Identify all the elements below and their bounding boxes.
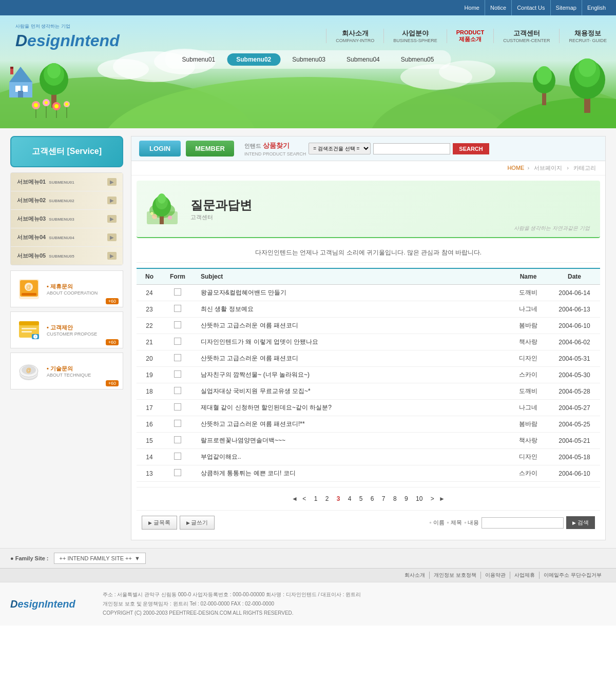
sidebar-contact-cooperation[interactable]: @ • 제휴문의 ABOUT COOPERATION +60 xyxy=(10,270,123,307)
cell-subject[interactable]: 실업자대상 국비지원 무료교유생 모집~* xyxy=(193,383,508,400)
login-button[interactable]: LOGIN xyxy=(139,141,181,157)
btn-search-bottom[interactable]: 검색 xyxy=(566,516,595,529)
sidebar-menu-item-5[interactable]: 서브메뉴05 SUBMENU05 ▶ xyxy=(11,247,123,265)
checkbox[interactable] xyxy=(174,288,181,296)
cell-form[interactable] xyxy=(162,318,193,334)
cell-form[interactable] xyxy=(162,449,193,465)
family-site-select[interactable]: ++ INTEND FAMILY SITE ++ ▼ xyxy=(54,553,146,564)
cell-form[interactable] xyxy=(162,416,193,433)
cell-subject[interactable]: 부업같이해요.. xyxy=(193,449,508,465)
nav-item-product[interactable]: PRODUCT제품소개 xyxy=(447,29,493,43)
table-row[interactable]: 20 산뜻하고 고급스러운 여름 패션코디 디자인 2004-05-31 xyxy=(137,350,600,367)
sidebar-contact-technique[interactable]: @ • 기술문의 ABOUT TECHNIQUE +60 xyxy=(10,353,123,389)
sidebar-menu-item-3[interactable]: 서브메뉴03 SUBMENU03 ▶ xyxy=(11,210,123,228)
page-next[interactable]: > xyxy=(428,494,437,504)
checkbox[interactable] xyxy=(174,469,181,476)
page-prev-prev[interactable]: ◄ xyxy=(292,495,298,502)
nav-home[interactable]: Home xyxy=(459,0,485,15)
cell-form[interactable] xyxy=(162,350,193,367)
cell-form[interactable] xyxy=(162,334,193,350)
sidebar-menu-item-4[interactable]: 서브메뉴04 SUBMENU04 ▶ xyxy=(11,228,123,247)
cell-form[interactable] xyxy=(162,301,193,318)
checkbox[interactable] xyxy=(174,453,181,460)
page-10[interactable]: 10 xyxy=(413,494,426,504)
submenu-item-2[interactable]: Submenu02 xyxy=(227,53,280,66)
page-2[interactable]: 2 xyxy=(322,494,332,504)
cell-subject[interactable]: 산뜻하고 고급스러운 여름 패션코디 xyxy=(193,318,508,334)
nav-item-business[interactable]: 사업분야 BUSINESS-SPHERE xyxy=(383,29,447,43)
page-prev[interactable]: < xyxy=(299,494,309,504)
table-row[interactable]: 24 왕골모자&컬럽혜어밴드 만들기 도깨비 2004-06-14 xyxy=(137,285,600,301)
nav-item-recruit[interactable]: 채용정보 RECRUIT- GUIDE xyxy=(559,29,616,43)
checkbox[interactable] xyxy=(174,420,181,427)
footer-link-nospam[interactable]: 이메일주소 무단수집거부 xyxy=(540,572,606,579)
page-next-next[interactable]: ► xyxy=(439,495,445,502)
footer-link-business[interactable]: 사업제휴 xyxy=(510,572,540,579)
cell-subject[interactable]: 디자인인텐드가 왜 이렇게 업뎃이 안됐나요 xyxy=(193,334,508,350)
checkbox[interactable] xyxy=(174,370,181,378)
btn-write[interactable]: 글쓰기 xyxy=(180,516,215,530)
checkbox[interactable] xyxy=(174,403,181,411)
nav-sitemap[interactable]: Sitemap xyxy=(551,0,582,15)
nav-item-company[interactable]: 회사소개 COMPANY-INTRO xyxy=(326,29,383,43)
member-button[interactable]: MEMBER xyxy=(186,141,234,157)
cell-form[interactable] xyxy=(162,400,193,416)
nav-contact[interactable]: Contact Us xyxy=(512,0,550,15)
table-row[interactable]: 22 산뜻하고 고급스러운 여름 패션코디 봄바람 2004-06-10 xyxy=(137,318,600,334)
cell-subject[interactable]: 최신 생활 정보예요 xyxy=(193,301,508,318)
cell-subject[interactable]: 랄프로렌꽃나염양면솔더백~~~ xyxy=(193,433,508,449)
checkbox[interactable] xyxy=(174,354,181,361)
cell-form[interactable] xyxy=(162,433,193,449)
breadcrumb-home[interactable]: HOME xyxy=(507,165,524,171)
sidebar-contact-propose[interactable]: ! • 고객제안 CUSTOMER PROPOSE +60 xyxy=(10,311,123,348)
page-1[interactable]: 1 xyxy=(311,494,321,504)
checkbox[interactable] xyxy=(174,436,181,443)
footer-link-privacy[interactable]: 개인정보 보호정책 xyxy=(430,572,481,579)
search-select[interactable]: = 검색조건을 선택 = 이름 제목 내용 xyxy=(309,143,371,154)
footer-link-company[interactable]: 회사소개 xyxy=(400,572,430,579)
table-row[interactable]: 19 남자친구의 깜짝선물~ (너무 놀라워요~) 스카이 2004-05-30 xyxy=(137,367,600,383)
footer-link-terms[interactable]: 이용약관 xyxy=(481,572,510,579)
page-4[interactable]: 4 xyxy=(345,494,355,504)
submenu-item-4[interactable]: Submenu04 xyxy=(337,53,389,66)
cell-subject[interactable]: 남자친구의 깜짝선물~ (너무 놀라워요~) xyxy=(193,367,508,383)
page-7[interactable]: 7 xyxy=(379,494,389,504)
cell-form[interactable] xyxy=(162,367,193,383)
sidebar-menu-item-2[interactable]: 서브메뉴02 SUBMENU02 ▶ xyxy=(11,191,123,210)
nav-item-customer[interactable]: 고객센터 CUSTOMER-CENTER xyxy=(493,29,559,43)
table-row[interactable]: 14 부업같이해요.. 디자인 2004-05-18 xyxy=(137,449,600,465)
sidebar-menu-item-1[interactable]: 서브메뉴01 SUBMENU01 ▶ xyxy=(11,173,123,191)
cell-subject[interactable]: 제대혈 같이 신청하면 할인된데요~같이 하실분? xyxy=(193,400,508,416)
page-8[interactable]: 8 xyxy=(390,494,400,504)
page-9[interactable]: 9 xyxy=(401,494,411,504)
table-row[interactable]: 15 랄프로렌꽃나염양면솔더백~~~ 책사랑 2004-05-21 xyxy=(137,433,600,449)
btn-list[interactable]: 글목록 xyxy=(142,516,177,530)
cell-subject[interactable]: 상큼하게 통통튀는 예쁜 코디! 코디 xyxy=(193,465,508,482)
search-button[interactable]: SEARCH xyxy=(453,143,489,154)
nav-notice[interactable]: Notice xyxy=(485,0,512,15)
table-row[interactable]: 21 디자인인텐드가 왜 이렇게 업뎃이 안됐나요 책사랑 2004-06-02 xyxy=(137,334,600,350)
checkbox[interactable] xyxy=(174,321,181,328)
page-6[interactable]: 6 xyxy=(368,494,377,504)
cell-form[interactable] xyxy=(162,285,193,301)
table-row[interactable]: 13 상큼하게 통통튀는 예쁜 코디! 코디 스카이 2004-06-10 xyxy=(137,465,600,482)
cell-form[interactable] xyxy=(162,383,193,400)
table-row[interactable]: 16 산뜻하고 고급스러운 여름 패션코디!** 봄바람 2004-05-25 xyxy=(137,416,600,433)
submenu-item-3[interactable]: Submenu03 xyxy=(283,53,335,66)
search-input[interactable] xyxy=(373,143,450,154)
submenu-item-5[interactable]: Submenu05 xyxy=(392,53,444,66)
page-3[interactable]: 3 xyxy=(334,494,343,504)
table-row[interactable]: 23 최신 생활 정보예요 나그네 2004-06-13 xyxy=(137,301,600,318)
bottom-search-input[interactable] xyxy=(482,517,564,529)
cell-form[interactable] xyxy=(162,465,193,482)
page-5[interactable]: 5 xyxy=(356,494,366,504)
cell-subject[interactable]: 왕골모자&컬럽혜어밴드 만들기 xyxy=(193,285,508,301)
cell-subject[interactable]: 산뜻하고 고급스러운 여름 패션코디!** xyxy=(193,416,508,433)
checkbox[interactable] xyxy=(174,387,181,394)
nav-english[interactable]: English xyxy=(582,0,611,15)
checkbox[interactable] xyxy=(174,338,181,345)
cell-subject[interactable]: 산뜻하고 고급스러운 여름 패션코디 xyxy=(193,350,508,367)
submenu-item-1[interactable]: Submenu01 xyxy=(173,53,225,66)
table-row[interactable]: 17 제대혈 같이 신청하면 할인된데요~같이 하실분? 나그네 2004-05… xyxy=(137,400,600,416)
checkbox[interactable] xyxy=(174,305,181,312)
